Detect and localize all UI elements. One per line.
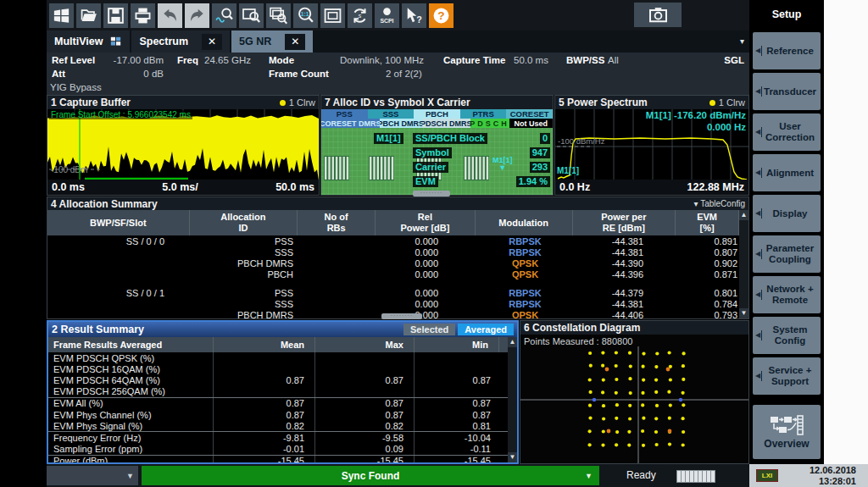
- close-tab-icon[interactable]: ✕: [285, 34, 305, 50]
- sync-status-dropdown[interactable]: Sync Found ▼: [142, 466, 599, 485]
- column-header[interactable]: Max: [315, 337, 415, 352]
- svg-text:?: ?: [437, 9, 444, 22]
- softkey-user-correction[interactable]: ◀User Correction: [753, 113, 821, 151]
- cell-min: -15.45: [415, 456, 499, 464]
- scroll-up-icon[interactable]: ▲: [739, 210, 748, 220]
- save-button[interactable]: [103, 3, 128, 28]
- close-tab-icon[interactable]: ✕: [202, 34, 222, 50]
- time-label: 13:28:01: [810, 476, 856, 487]
- softkey-system-config[interactable]: ◀System Config: [753, 317, 821, 354]
- capture-buffer-panel: 1 Capture Buffer 1 Clrw -100 dBmFrame St…: [47, 95, 320, 196]
- header-label: Att: [52, 69, 65, 79]
- header-value: -17.00 dBm: [111, 55, 164, 65]
- tabs: MultiViewSpectrum✕5G NR✕: [47, 30, 314, 53]
- column-header[interactable]: Modulation: [476, 210, 573, 235]
- column-header[interactable]: Min: [415, 337, 499, 352]
- result-tab-averaged[interactable]: Averaged: [458, 324, 514, 335]
- softkey-alignment[interactable]: ◀Alignment: [753, 154, 821, 191]
- cell-metric: EVM PDSCH 64QAM (%): [48, 374, 214, 385]
- windows-button[interactable]: [49, 3, 74, 28]
- redo-button[interactable]: [185, 3, 209, 28]
- header-label: Frame Count: [269, 69, 329, 79]
- zoom-window-button[interactable]: [239, 3, 264, 28]
- softkey-parameter-coupling[interactable]: ◀Parameter Coupling: [753, 235, 821, 273]
- column-header[interactable]: No ofRBs: [298, 210, 376, 235]
- chevron-down-icon: ▼: [585, 472, 593, 480]
- points-measured-label: Points Measured : 880800: [524, 336, 632, 346]
- cell-evm: 0.891: [677, 236, 741, 246]
- zoom-trace-button[interactable]: [212, 3, 236, 28]
- column-header[interactable]: Frame Results Averaged: [48, 337, 214, 352]
- cell-metric: EVM Phys Channel (%): [48, 409, 214, 420]
- softkey-transducer[interactable]: ◀Transducer: [753, 73, 821, 110]
- overview-button[interactable]: Overview: [753, 405, 821, 459]
- table-row: SS / 0 / 0PSS0.000RBPSK-44.3810.891: [47, 235, 748, 246]
- table-row: EVM Phys Signal (%)0.820.820.81: [48, 420, 517, 431]
- legend-item-pdsch: PDSCH: [470, 119, 509, 128]
- display-window-button[interactable]: [320, 3, 345, 28]
- column-header[interactable]: Mean: [214, 337, 315, 352]
- undo-button[interactable]: [158, 3, 182, 28]
- cell-allocation-id: PBCH DMRS: [190, 310, 298, 320]
- sync-button[interactable]: s: [348, 3, 372, 28]
- scroll-up-icon[interactable]: ▲: [508, 337, 517, 347]
- header-value: 2 of 2(2): [386, 69, 422, 79]
- header-value: 0 dB: [111, 69, 164, 79]
- save-icon: [106, 6, 125, 25]
- softkey-service-support[interactable]: ◀Service + Support: [753, 357, 821, 395]
- svg-text:SCPI: SCPI: [380, 18, 393, 24]
- help-button[interactable]: ?: [429, 3, 453, 28]
- screenshot-button[interactable]: [634, 3, 682, 27]
- panel-title: 2 Result Summary: [52, 324, 144, 335]
- splitter-handle[interactable]: ········: [413, 191, 450, 196]
- softkey-reference[interactable]: ◀Reference: [753, 32, 821, 69]
- softkey-network-remote[interactable]: ◀Network + Remote: [753, 276, 821, 313]
- softkey-display[interactable]: ◀Display: [753, 195, 821, 232]
- cell-min: 0.87: [415, 374, 499, 385]
- tab-5g-nr[interactable]: 5G NR✕: [231, 30, 313, 53]
- column-header[interactable]: Power perRE [dBm]: [573, 210, 676, 235]
- cell-allocation-id: PBCH: [190, 269, 298, 279]
- cell-power-per-re: -44.390: [574, 258, 677, 268]
- cell-power-per-re: -44.379: [574, 288, 677, 298]
- result-tab-selected[interactable]: Selected: [403, 324, 455, 335]
- scroll-down-icon[interactable]: ▼: [739, 308, 748, 318]
- allocation-summary-scrollbar[interactable]: ▲ ▼: [739, 210, 748, 318]
- cell-mean: [214, 363, 315, 374]
- column-header[interactable]: BWP/SF/Slot: [47, 210, 190, 235]
- cell-mean: 0.82: [214, 420, 315, 431]
- cell-min: 0.81: [415, 420, 499, 431]
- power-spectrum-plot: -100 dBm/HzM1[1] M1[1] -176.20 dBm/Hz 0.…: [555, 109, 748, 180]
- cell-max: 0.87: [315, 374, 415, 385]
- tab-overflow-icon[interactable]: ▾: [740, 36, 744, 46]
- table-config-button[interactable]: ▾ TableConfig: [694, 199, 745, 208]
- cell-allocation-id: SSS: [190, 247, 298, 257]
- cell-min: 0.87: [415, 409, 499, 420]
- tab-multiview[interactable]: MultiView: [47, 30, 130, 53]
- header-label: Freq: [177, 55, 198, 65]
- marker-row-label: Symbol: [413, 147, 452, 158]
- panel-title: 5 Power Spectrum: [559, 97, 648, 108]
- header-value: 24.65 GHz: [204, 55, 251, 65]
- datetime-area: LXI 12.06.2018 13:28:01: [749, 464, 868, 487]
- result-summary-scrollbar[interactable]: ▲ ▼: [508, 337, 517, 462]
- scpi-button[interactable]: SCPI: [375, 3, 399, 28]
- scroll-down-icon[interactable]: ▼: [508, 452, 517, 462]
- print-button[interactable]: [131, 3, 155, 28]
- capture-buffer-plot: -100 dBmFrame Start Offset : 5.966023542…: [47, 109, 319, 180]
- column-header[interactable]: EVM[%]: [676, 210, 739, 235]
- zoom-1to1-button[interactable]: 1:1: [293, 3, 318, 28]
- cell-min: [415, 352, 499, 363]
- table-row: PBCH DMRS0.000QPSK-44.3900.902: [47, 257, 748, 268]
- tab-spectrum[interactable]: Spectrum✕: [131, 30, 230, 53]
- multiview-grid-icon: [109, 36, 122, 47]
- open-button[interactable]: [76, 3, 101, 28]
- window-select-dropdown[interactable]: ▼: [47, 466, 138, 485]
- cell-slot: SS / 0 / 0: [47, 236, 190, 246]
- cursor-help-button[interactable]: ?: [402, 3, 426, 28]
- splitter-handle[interactable]: ········: [381, 313, 422, 319]
- zoom-multi-button[interactable]: [266, 3, 291, 28]
- legend-item-sss: SSS: [368, 109, 415, 119]
- column-header[interactable]: RelPower [dB]: [376, 210, 476, 235]
- column-header[interactable]: AllocationID: [190, 210, 298, 235]
